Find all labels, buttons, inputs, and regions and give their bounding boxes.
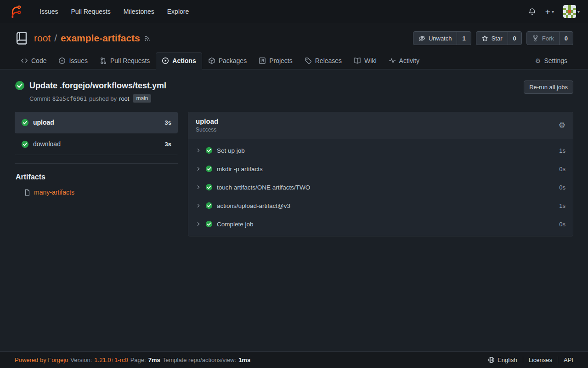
nav-item-pull-requests[interactable]: Pull Requests bbox=[65, 4, 116, 19]
pull-request-icon bbox=[100, 57, 107, 64]
tab-packages[interactable]: Packages bbox=[202, 52, 253, 69]
job-detail-panel: upload Success ⚙ Set up job 1s bbox=[188, 112, 573, 236]
star-label: Star bbox=[492, 35, 503, 42]
gear-icon[interactable]: ⚙ bbox=[559, 121, 565, 129]
nav-item-milestones[interactable]: Milestones bbox=[118, 4, 160, 19]
step-duration: 0s bbox=[559, 166, 565, 172]
commit-sha-link[interactable]: 82a5cf6961 bbox=[52, 95, 87, 102]
page-time-label: Page: bbox=[130, 356, 146, 363]
language-selector[interactable]: English bbox=[482, 356, 523, 363]
powered-by-link[interactable]: Powered by Forgejo bbox=[15, 356, 68, 363]
artifacts-heading: Artifacts bbox=[16, 173, 178, 181]
repo-name-link[interactable]: example-artifacts bbox=[61, 33, 140, 44]
footer-right: English Licenses API bbox=[482, 356, 573, 363]
template-time-value: 1ms bbox=[238, 356, 250, 363]
stars-count[interactable]: 0 bbox=[508, 32, 516, 45]
repo-header: root / example-artifacts bbox=[0, 23, 588, 51]
nav-item-issues[interactable]: Issues bbox=[34, 4, 63, 19]
star-button[interactable]: Star 0 bbox=[476, 31, 522, 45]
tab-label: Pull Requests bbox=[110, 57, 150, 64]
step-label: touch artifacts/ONE artifacts/TWO bbox=[217, 184, 310, 191]
step-row-mkdir[interactable]: mkdir -p artifacts 0s bbox=[188, 160, 573, 178]
eye-slash-icon bbox=[418, 35, 425, 42]
main-content: Update .forgejo/workflows/test.yml Commi… bbox=[0, 69, 588, 368]
nav-item-explore[interactable]: Explore bbox=[162, 4, 194, 19]
chevron-down-icon: ▾ bbox=[552, 9, 554, 14]
job-row-upload[interactable]: upload 3s bbox=[15, 112, 178, 133]
branch-badge[interactable]: main bbox=[133, 94, 151, 103]
footer-left: Powered by Forgejo Version: 1.21.0+1-rc0… bbox=[15, 356, 250, 363]
step-row-complete[interactable]: Complete job 0s bbox=[188, 215, 573, 233]
step-duration: 0s bbox=[559, 184, 565, 191]
success-check-icon bbox=[205, 202, 213, 209]
chevron-right-icon bbox=[196, 203, 201, 208]
job-detail-name: upload bbox=[196, 117, 218, 125]
play-circle-icon bbox=[162, 57, 169, 64]
rerun-all-jobs-button[interactable]: Re-run all jobs bbox=[524, 80, 573, 94]
forgejo-actions-page: Issues Pull Requests Milestones Explore … bbox=[0, 0, 588, 368]
tab-releases[interactable]: Releases bbox=[299, 52, 348, 69]
licenses-link[interactable]: Licenses bbox=[523, 356, 558, 363]
fork-label: Fork bbox=[542, 35, 554, 42]
commit-prefix: Commit bbox=[29, 95, 50, 102]
chevron-right-icon bbox=[196, 184, 201, 190]
watchers-count[interactable]: 1 bbox=[457, 32, 465, 45]
step-duration: 0s bbox=[559, 221, 565, 228]
tab-settings[interactable]: ⚙ Settings bbox=[529, 52, 573, 69]
pulse-icon bbox=[389, 57, 396, 64]
tab-label: Activity bbox=[399, 57, 419, 64]
tab-wiki[interactable]: Wiki bbox=[348, 52, 382, 69]
repo-tabbar: Code Issues Pull Requests Actions bbox=[0, 52, 588, 69]
avatar-identicon bbox=[563, 5, 576, 18]
step-row-setup[interactable]: Set up job 1s bbox=[188, 141, 573, 160]
tab-activity[interactable]: Activity bbox=[383, 52, 425, 69]
tab-label: Issues bbox=[69, 57, 87, 64]
job-duration: 3s bbox=[165, 141, 171, 148]
book-icon bbox=[354, 57, 361, 64]
steps-list: Set up job 1s mkdir -p artifacts 0s bbox=[188, 138, 573, 236]
tab-projects[interactable]: Projects bbox=[253, 52, 299, 69]
user-menu-button[interactable]: ▾ bbox=[563, 5, 580, 18]
unwatch-button[interactable]: Unwatch 1 bbox=[413, 31, 471, 45]
forgejo-logo[interactable] bbox=[8, 5, 22, 18]
star-icon bbox=[481, 35, 488, 42]
navbar-right: + ▾ bbox=[528, 5, 580, 18]
tab-pull-requests[interactable]: Pull Requests bbox=[94, 52, 156, 69]
success-check-icon bbox=[21, 119, 29, 126]
repo-owner-link[interactable]: root bbox=[34, 33, 51, 44]
artifact-download-link[interactable]: many-artifacts bbox=[34, 189, 74, 196]
tab-label: Code bbox=[31, 57, 46, 64]
commit-author-link[interactable]: root bbox=[119, 95, 129, 102]
artifact-item: many-artifacts bbox=[24, 189, 178, 196]
step-label: mkdir -p artifacts bbox=[217, 166, 263, 172]
navbar: Issues Pull Requests Milestones Explore … bbox=[0, 0, 588, 23]
api-link[interactable]: API bbox=[558, 356, 573, 363]
tab-actions[interactable]: Actions bbox=[156, 52, 202, 69]
tab-issues[interactable]: Issues bbox=[52, 52, 93, 69]
fork-button[interactable]: Fork 0 bbox=[526, 31, 573, 45]
job-row-download[interactable]: download 3s bbox=[15, 133, 178, 155]
notifications-button[interactable] bbox=[528, 8, 536, 16]
job-name: upload bbox=[33, 119, 54, 126]
repo-title: root / example-artifacts bbox=[34, 33, 140, 44]
job-card-header: upload Success ⚙ bbox=[188, 112, 573, 138]
forks-count[interactable]: 0 bbox=[559, 32, 568, 45]
step-label: Set up job bbox=[217, 147, 245, 154]
tab-code[interactable]: Code bbox=[15, 52, 52, 69]
footer: Powered by Forgejo Version: 1.21.0+1-rc0… bbox=[0, 351, 588, 368]
tab-label: Releases bbox=[315, 57, 342, 64]
pushed-by-label: pushed by bbox=[89, 95, 117, 102]
success-check-icon bbox=[205, 184, 213, 191]
create-new-button[interactable]: + ▾ bbox=[545, 7, 554, 16]
commit-line: Commit 82a5cf6961 pushed by root main bbox=[29, 94, 166, 103]
unwatch-label: Unwatch bbox=[429, 35, 452, 42]
bell-icon bbox=[528, 8, 536, 16]
tab-label: Settings bbox=[544, 57, 567, 64]
run-header: Update .forgejo/workflows/test.yml Commi… bbox=[15, 80, 573, 103]
package-icon bbox=[208, 57, 215, 64]
version-link[interactable]: 1.21.0+1-rc0 bbox=[94, 356, 128, 363]
rss-icon[interactable] bbox=[144, 35, 151, 42]
repo-separator: / bbox=[54, 33, 57, 44]
step-row-upload-artifact[interactable]: actions/upload-artifact@v3 1s bbox=[188, 196, 573, 215]
step-row-touch[interactable]: touch artifacts/ONE artifacts/TWO 0s bbox=[188, 178, 573, 196]
